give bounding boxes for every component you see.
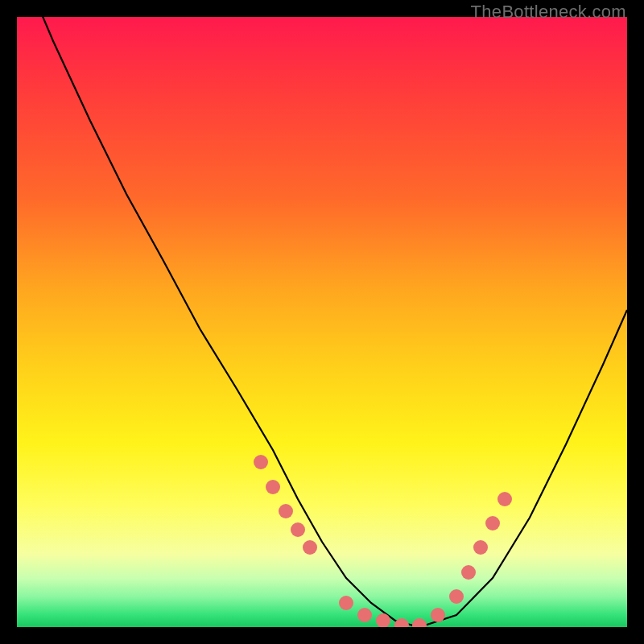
marker-dot xyxy=(394,618,409,627)
marker-dot xyxy=(254,455,268,469)
chart-svg xyxy=(17,17,627,627)
marker-dot xyxy=(412,618,427,627)
marker-dot xyxy=(473,540,488,555)
marker-dot xyxy=(266,480,280,494)
marker-dot xyxy=(461,565,476,580)
bottleneck-curve xyxy=(17,17,627,627)
plot-area xyxy=(17,17,627,627)
marker-dot xyxy=(279,504,293,518)
chart-frame: TheBottleneck.com xyxy=(0,0,644,644)
marker-dot xyxy=(497,492,512,506)
marker-dot xyxy=(357,608,372,622)
marker-dot xyxy=(485,516,500,530)
marker-dot xyxy=(449,589,464,604)
watermark-text: TheBottleneck.com xyxy=(471,2,626,23)
marker-cluster xyxy=(254,455,512,627)
marker-dot xyxy=(431,608,445,622)
marker-dot xyxy=(339,596,353,610)
marker-dot xyxy=(291,522,305,537)
marker-dot xyxy=(303,540,317,555)
